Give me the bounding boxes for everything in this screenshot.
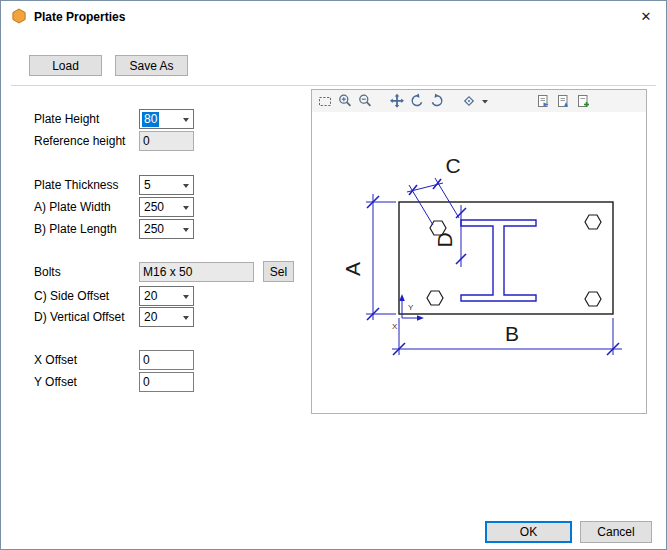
preview-drawing: Y X A B C D — [312, 112, 646, 413]
plate-outline — [399, 202, 613, 314]
plate-height-label: Plate Height — [34, 112, 99, 126]
chevron-down-icon — [183, 295, 189, 299]
y-offset-label: Y Offset — [34, 375, 77, 389]
plate-length-combo[interactable]: 250 — [139, 219, 194, 239]
plate-height-combo[interactable]: 80 — [139, 109, 194, 129]
pan-icon[interactable] — [388, 92, 406, 110]
preview-panel: Y X A B C D — [311, 89, 647, 414]
x-offset-field[interactable] — [139, 350, 194, 370]
y-offset-field[interactable] — [139, 372, 194, 392]
chevron-down-icon — [183, 184, 189, 188]
vertical-offset-value: 20 — [142, 310, 159, 325]
bolt-holes — [427, 215, 601, 306]
ok-button[interactable]: OK — [485, 521, 572, 543]
plate-thickness-label: Plate Thickness — [34, 178, 119, 192]
app-icon — [11, 8, 27, 24]
cancel-button[interactable]: Cancel — [580, 521, 652, 543]
reference-height-label: Reference height — [34, 134, 125, 148]
bolts-select-button[interactable]: Sel — [263, 261, 294, 282]
title-bar: Plate Properties ✕ — [1, 1, 666, 31]
chevron-down-icon — [183, 118, 189, 122]
i-beam-section — [461, 220, 536, 301]
copy-properties-icon[interactable] — [554, 92, 572, 110]
load-button[interactable]: Load — [29, 55, 102, 76]
plate-thickness-value: 5 — [142, 178, 153, 193]
rotate-cw-icon[interactable] — [428, 92, 446, 110]
preview-canvas[interactable]: Y X A B C D — [312, 112, 646, 413]
zoom-window-icon[interactable] — [316, 92, 334, 110]
vertical-offset-label: D) Vertical Offset — [34, 310, 124, 324]
axis-marker: Y X — [392, 294, 424, 331]
plate-properties-dialog: Plate Properties ✕ Load Save As Plate He… — [0, 0, 667, 550]
view-orientation-icon[interactable] — [460, 92, 478, 110]
window-title: Plate Properties — [34, 10, 125, 24]
zoom-out-icon[interactable] — [356, 92, 374, 110]
zoom-in-icon[interactable] — [336, 92, 354, 110]
plate-length-value: 250 — [142, 222, 166, 237]
side-offset-label: C) Side Offset — [34, 289, 109, 303]
plate-length-label: B) Plate Length — [34, 222, 117, 236]
save-as-button[interactable]: Save As — [115, 55, 188, 76]
dim-b-label: B — [505, 322, 519, 345]
dim-a-label: A — [341, 262, 364, 276]
plate-width-combo[interactable]: 250 — [139, 197, 194, 217]
plate-thickness-combo[interactable]: 5 — [139, 175, 194, 195]
plate-width-value: 250 — [142, 200, 166, 215]
chevron-down-icon — [183, 206, 189, 210]
bolts-label: Bolts — [34, 265, 61, 279]
bolts-field[interactable] — [139, 262, 254, 282]
copy-view-icon[interactable] — [534, 92, 552, 110]
side-offset-value: 20 — [142, 289, 159, 304]
rotate-ccw-icon[interactable] — [408, 92, 426, 110]
x-offset-label: X Offset — [34, 353, 77, 367]
orientation-dropdown-icon[interactable] — [480, 92, 490, 110]
plate-width-label: A) Plate Width — [34, 200, 111, 214]
dim-d-label: D — [433, 232, 456, 247]
dimension-lines — [366, 178, 622, 355]
chevron-down-icon — [183, 228, 189, 232]
vertical-offset-combo[interactable]: 20 — [139, 307, 194, 327]
paste-properties-icon[interactable] — [574, 92, 592, 110]
preview-toolbar — [312, 90, 646, 113]
axis-y-label: Y — [408, 303, 414, 312]
side-offset-combo[interactable]: 20 — [139, 286, 194, 306]
separator-line — [11, 85, 656, 86]
chevron-down-icon — [183, 316, 189, 320]
dim-c-label: C — [445, 154, 460, 177]
close-icon[interactable]: ✕ — [635, 7, 657, 27]
reference-height-field[interactable] — [139, 131, 194, 151]
plate-height-value: 80 — [142, 112, 159, 127]
axis-x-label: X — [392, 322, 398, 331]
